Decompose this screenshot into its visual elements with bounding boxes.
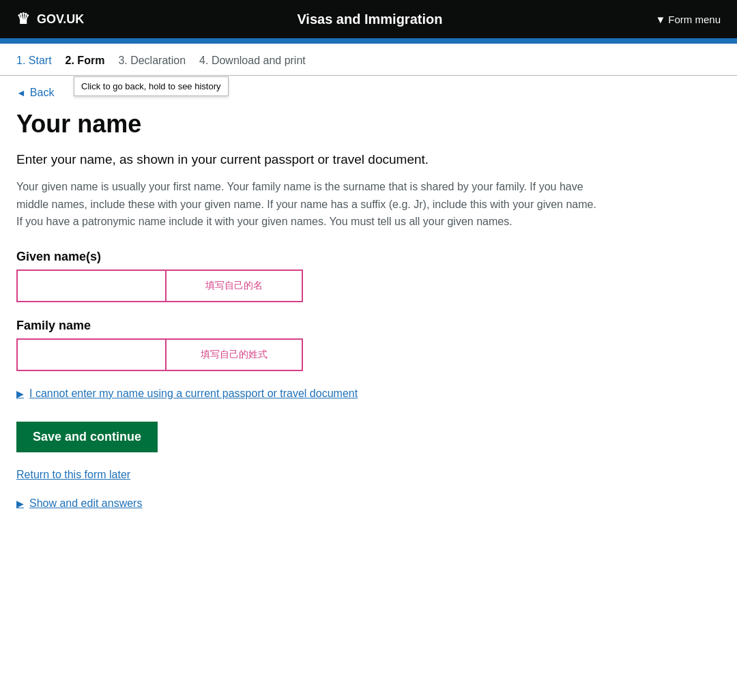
logo-text: GOV.UK: [37, 12, 84, 27]
given-name-hint: 填写自己的名: [167, 280, 302, 292]
show-edit-link[interactable]: ▶ Show and edit answers: [16, 497, 598, 510]
family-name-input[interactable]: [18, 340, 167, 370]
header-title: Visas and Immigration: [84, 12, 655, 27]
form-menu-label: Form menu: [668, 14, 721, 25]
family-name-hint: 填写自己的姓式: [167, 349, 302, 361]
gov-logo: ♛ GOV.UK: [16, 10, 84, 28]
accent-bar: [0, 38, 737, 44]
show-edit-label: Show and edit answers: [29, 497, 142, 510]
return-link[interactable]: Return to this form later: [16, 469, 598, 481]
crown-icon: ♛: [16, 10, 30, 28]
cannot-enter-label: I cannot enter my name using a current p…: [29, 388, 358, 400]
show-edit-arrow-icon: ▶: [16, 498, 24, 509]
expand-arrow-icon: ▶: [16, 388, 24, 399]
site-header: ♛ GOV.UK Visas and Immigration ▼ Form me…: [0, 0, 737, 38]
cannot-enter-link[interactable]: ▶ I cannot enter my name using a current…: [16, 388, 598, 400]
form-menu-arrow-icon: ▼: [655, 14, 665, 25]
step-start[interactable]: 1. Start: [16, 55, 52, 67]
given-name-field-group: Given name(s) 填写自己的名: [16, 250, 598, 302]
steps-nav: 1. Start 2. Form 3. Declaration 4. Downl…: [0, 44, 737, 76]
given-name-input[interactable]: [18, 271, 167, 301]
description-detail: Your given name is usually your first na…: [16, 178, 598, 231]
given-name-label: Given name(s): [16, 250, 598, 264]
description-main: Enter your name, as shown in your curren…: [16, 152, 598, 167]
back-tooltip: Click to go back, hold to see history: [74, 76, 229, 96]
main-content: Your name Enter your name, as shown in y…: [0, 104, 614, 537]
family-name-input-wrapper: 填写自己的姓式: [16, 338, 303, 371]
step-download: 4. Download and print: [199, 55, 306, 67]
back-arrow-icon: ◄: [16, 87, 26, 98]
family-name-label: Family name: [16, 319, 598, 333]
back-link-label: Back: [30, 87, 55, 99]
family-name-field-group: Family name 填写自己的姓式: [16, 319, 598, 371]
form-menu-button[interactable]: ▼ Form menu: [655, 14, 721, 25]
step-declaration: 3. Declaration: [118, 55, 186, 67]
step-form[interactable]: 2. Form: [66, 55, 105, 67]
page-title: Your name: [16, 110, 598, 138]
save-continue-button[interactable]: Save and continue: [16, 422, 158, 452]
given-name-input-wrapper: 填写自己的名: [16, 269, 303, 302]
